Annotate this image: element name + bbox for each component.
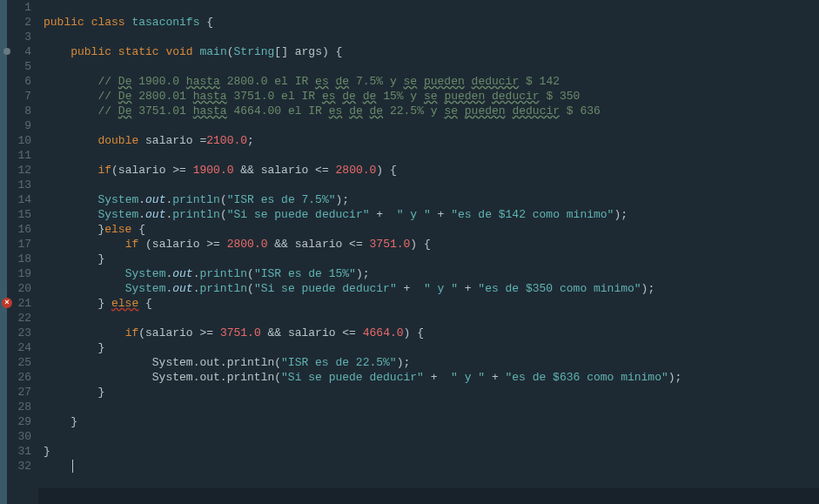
code-line[interactable] [44, 59, 819, 74]
line-number[interactable]: 19 [7, 266, 31, 281]
line-number[interactable]: 13 [7, 178, 31, 192]
line-number[interactable]: 31 [7, 444, 31, 459]
code-line[interactable] [44, 459, 819, 474]
code-line[interactable]: System.out.println("Si se puede deducir"… [44, 370, 819, 385]
line-number[interactable]: 29 [7, 414, 31, 429]
code-line[interactable]: // De 3751.01 hasta 4664.00 el IR es de … [44, 104, 819, 118]
line-number[interactable]: 17 [7, 237, 31, 252]
code-line[interactable]: System.out.println("ISR es de 7.5%"); [44, 192, 819, 207]
console-panel[interactable] [38, 488, 819, 504]
code-editor[interactable]: 1234567891011121314151617181920212223242… [0, 0, 819, 504]
code-line[interactable]: System.out.println("ISR es de 22.5%"); [44, 355, 819, 370]
code-line[interactable]: System.out.println("Si se puede deducir"… [44, 281, 819, 296]
code-line[interactable]: System.out.println("ISR es de 15%"); [44, 266, 819, 281]
line-number[interactable]: 32 [7, 459, 31, 474]
main-method-marker-icon[interactable] [3, 48, 10, 55]
code-line[interactable]: // De 1900.0 hasta 2800.0 el IR es de 7.… [44, 74, 819, 89]
line-number[interactable]: 23 [7, 326, 31, 340]
code-line[interactable] [44, 148, 819, 163]
line-number[interactable]: 26 [7, 370, 31, 385]
code-line[interactable]: } [44, 252, 819, 266]
line-number[interactable]: 15 [7, 207, 31, 222]
line-number[interactable]: 16 [7, 222, 31, 237]
line-number[interactable]: 9 [7, 118, 31, 133]
line-number[interactable]: 21 [7, 296, 31, 311]
line-number[interactable]: 24 [7, 340, 31, 355]
error-marker-icon[interactable] [2, 298, 12, 308]
code-line[interactable]: } [44, 385, 819, 400]
code-line[interactable] [44, 30, 819, 44]
code-line[interactable]: } [44, 414, 819, 429]
line-number[interactable]: 6 [7, 74, 31, 89]
line-number[interactable]: 14 [7, 192, 31, 207]
code-line[interactable]: }else { [44, 222, 819, 237]
code-line[interactable]: double salario =2100.0; [44, 133, 819, 148]
line-number[interactable]: 11 [7, 148, 31, 163]
code-line[interactable]: public class tasaconifs { [44, 15, 819, 30]
line-number[interactable]: 20 [7, 281, 31, 296]
code-line[interactable]: if (salario >= 2800.0 && salario <= 3751… [44, 237, 819, 252]
line-number[interactable]: 5 [7, 59, 31, 74]
left-margin-bar [0, 0, 7, 504]
code-line[interactable]: if(salario >= 3751.0 && salario <= 4664.… [44, 326, 819, 340]
code-area[interactable]: public class tasaconifs { public static … [38, 0, 819, 504]
line-number[interactable]: 4 [7, 44, 31, 59]
line-number[interactable]: 27 [7, 385, 31, 400]
line-number[interactable]: 18 [7, 252, 31, 266]
code-line[interactable]: } [44, 340, 819, 355]
code-line[interactable] [44, 178, 819, 192]
line-number[interactable]: 22 [7, 311, 31, 326]
code-line[interactable]: // De 2800.01 hasta 3751.0 el IR es de d… [44, 89, 819, 104]
line-number[interactable]: 8 [7, 104, 31, 118]
line-number[interactable]: 7 [7, 89, 31, 104]
code-line[interactable]: if(salario >= 1900.0 && salario <= 2800.… [44, 163, 819, 178]
line-number[interactable]: 1 [7, 0, 31, 15]
code-line[interactable]: public static void main(String[] args) { [44, 44, 819, 59]
code-line[interactable]: System.out.println("Si se puede deducir"… [44, 207, 819, 222]
code-line[interactable] [44, 429, 819, 444]
code-line[interactable] [44, 118, 819, 133]
code-line[interactable]: } [44, 444, 819, 459]
line-number[interactable]: 10 [7, 133, 31, 148]
line-number[interactable]: 25 [7, 355, 31, 370]
code-line[interactable] [44, 400, 819, 414]
code-line[interactable] [44, 0, 819, 15]
line-number[interactable]: 3 [7, 30, 31, 44]
code-line[interactable]: } else { [44, 296, 819, 311]
line-number[interactable]: 28 [7, 400, 31, 414]
line-number-gutter[interactable]: 1234567891011121314151617181920212223242… [7, 0, 38, 504]
line-number[interactable]: 30 [7, 429, 31, 444]
line-number[interactable]: 2 [7, 15, 31, 30]
line-number[interactable]: 12 [7, 163, 31, 178]
code-line[interactable] [44, 311, 819, 326]
